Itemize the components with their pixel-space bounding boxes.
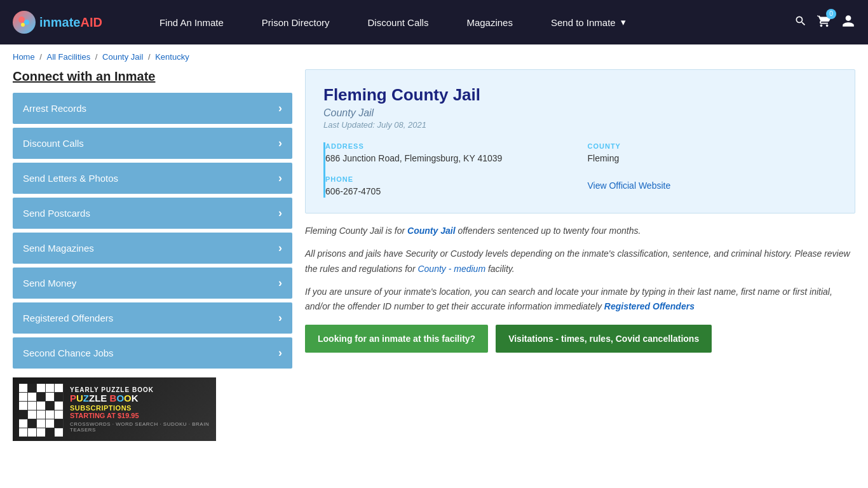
user-button[interactable]	[841, 14, 855, 31]
registered-offenders-link[interactable]: Registered Offenders	[604, 301, 695, 311]
detail-left: ADDRESS 686 Junction Road, Flemingsburg,…	[325, 142, 588, 198]
facility-card: Fleming County Jail County Jail Last Upd…	[305, 69, 855, 214]
chevron-right-icon: ›	[278, 102, 282, 115]
search-button[interactable]	[794, 15, 807, 30]
breadcrumb: Home / All Facilities / County Jail / Ke…	[0, 44, 868, 69]
chevron-right-icon: ›	[278, 137, 282, 150]
sidebar-item-send-magazines[interactable]: Send Magazines ›	[13, 233, 292, 264]
county-label: COUNTY	[588, 142, 837, 150]
nav-magazines[interactable]: Magazines	[447, 0, 532, 44]
ad-text: YEARLY PUZZLE BOOK PUZZLE BOOK SUBSCRIPT…	[70, 386, 210, 433]
official-website-link[interactable]: View Official Website	[588, 180, 671, 191]
sidebar-item-arrest-records[interactable]: Arrest Records ›	[13, 93, 292, 124]
sidebar-item-label: Send Magazines	[23, 243, 94, 254]
chevron-right-icon: ›	[278, 241, 282, 255]
chevron-right-icon: ›	[278, 311, 282, 325]
logo-text-aid: AID	[80, 15, 102, 30]
main-content: Fleming County Jail County Jail Last Upd…	[305, 69, 855, 441]
navbar: inmateAID Find An Inmate Prison Director…	[0, 0, 868, 44]
county-value: Fleming	[588, 152, 837, 165]
sidebar-item-second-chance-jobs[interactable]: Second Chance Jobs ›	[13, 337, 292, 369]
facility-details: ADDRESS 686 Junction Road, Flemingsburg,…	[325, 142, 837, 198]
breadcrumb-county-jail[interactable]: County Jail	[102, 52, 143, 62]
sidebar-title: Connect with an Inmate	[13, 69, 292, 84]
breadcrumb-kentucky[interactable]: Kentucky	[155, 52, 189, 62]
visitations-button[interactable]: Visitations - times, rules, Covid cancel…	[496, 325, 712, 353]
action-buttons: Looking for an inmate at this facility? …	[305, 325, 855, 353]
sidebar-item-send-letters[interactable]: Send Letters & Photos ›	[13, 163, 292, 194]
logo-text-inmate: inmate	[39, 15, 80, 30]
sidebar-ad[interactable]: YEARLY PUZZLE BOOK PUZZLE BOOK SUBSCRIPT…	[13, 377, 292, 441]
sidebar-item-send-money[interactable]: Send Money ›	[13, 268, 292, 299]
sidebar-item-discount-calls[interactable]: Discount Calls ›	[13, 128, 292, 159]
cart-button[interactable]: 0	[817, 14, 831, 31]
facility-name: Fleming County Jail	[323, 85, 837, 105]
sidebar-item-label: Discount Calls	[23, 138, 84, 149]
county-jail-link[interactable]: County Jail	[407, 226, 455, 236]
ad-subscriptions: SUBSCRIPTIONS	[70, 404, 210, 412]
nav-icons: 0	[794, 14, 855, 31]
facility-info-divider: ADDRESS 686 Junction Road, Flemingsburg,…	[323, 142, 837, 198]
sidebar-item-label: Registered Offenders	[23, 313, 113, 323]
description-2: All prisons and jails have Security or C…	[305, 247, 855, 277]
facility-updated: Last Updated: July 08, 2021	[323, 120, 837, 130]
nav-discount-calls[interactable]: Discount Calls	[349, 0, 448, 44]
main-container: Connect with an Inmate Arrest Records › …	[0, 69, 868, 454]
breadcrumb-home[interactable]: Home	[13, 52, 35, 62]
county-medium-link[interactable]: County - medium	[417, 264, 485, 274]
address-label: ADDRESS	[325, 142, 575, 150]
chevron-right-icon: ›	[278, 346, 282, 360]
sidebar-item-send-postcards[interactable]: Send Postcards ›	[13, 198, 292, 229]
nav-find-inmate[interactable]: Find An Inmate	[140, 0, 243, 44]
chevron-right-icon: ›	[278, 207, 282, 220]
phone-label: PHONE	[325, 175, 575, 183]
chevron-right-icon: ›	[278, 276, 282, 290]
nav-send-to-inmate[interactable]: Send to Inmate ▾	[532, 0, 645, 44]
nav-prison-directory[interactable]: Prison Directory	[243, 0, 349, 44]
sidebar: Connect with an Inmate Arrest Records › …	[13, 69, 292, 441]
cart-count: 0	[826, 9, 836, 19]
breadcrumb-all-facilities[interactable]: All Facilities	[47, 52, 91, 62]
sidebar-menu: Arrest Records › Discount Calls › Send L…	[13, 93, 292, 369]
svg-point-2	[21, 23, 25, 27]
info-section: Fleming County Jail is for County Jail o…	[305, 224, 855, 315]
looking-for-inmate-button[interactable]: Looking for an inmate at this facility?	[305, 325, 488, 353]
sidebar-item-label: Send Letters & Photos	[23, 173, 118, 184]
ad-types: CROSSWORDS · WORD SEARCH · SUDOKU · BRAI…	[70, 421, 210, 433]
description-1: Fleming County Jail is for County Jail o…	[305, 224, 855, 239]
phone-value: 606-267-4705	[325, 186, 575, 198]
detail-right: COUNTY Fleming View Official Website	[588, 142, 837, 198]
dropdown-arrow-icon: ▾	[621, 17, 626, 28]
sidebar-item-label: Second Chance Jobs	[23, 348, 114, 358]
description-3: If you are unsure of your inmate's locat…	[305, 285, 855, 315]
ad-puzzle-book: PUZZLE BOOK	[70, 393, 210, 403]
nav-links: Find An Inmate Prison Directory Discount…	[140, 0, 794, 44]
svg-point-0	[18, 17, 25, 23]
sidebar-item-registered-offenders[interactable]: Registered Offenders ›	[13, 302, 292, 334]
sidebar-item-label: Send Money	[23, 278, 76, 288]
ad-starting: STARTING AT $19.95	[70, 412, 210, 419]
facility-type: County Jail	[323, 107, 837, 119]
logo-icon	[13, 11, 36, 34]
address-value: 686 Junction Road, Flemingsburg, KY 4103…	[325, 152, 575, 165]
logo[interactable]: inmateAID	[13, 11, 102, 34]
chevron-right-icon: ›	[278, 172, 282, 185]
sidebar-item-label: Arrest Records	[23, 103, 86, 114]
sidebar-item-label: Send Postcards	[23, 208, 90, 219]
ad-box: YEARLY PUZZLE BOOK PUZZLE BOOK SUBSCRIPT…	[13, 377, 216, 441]
svg-point-1	[24, 20, 29, 25]
